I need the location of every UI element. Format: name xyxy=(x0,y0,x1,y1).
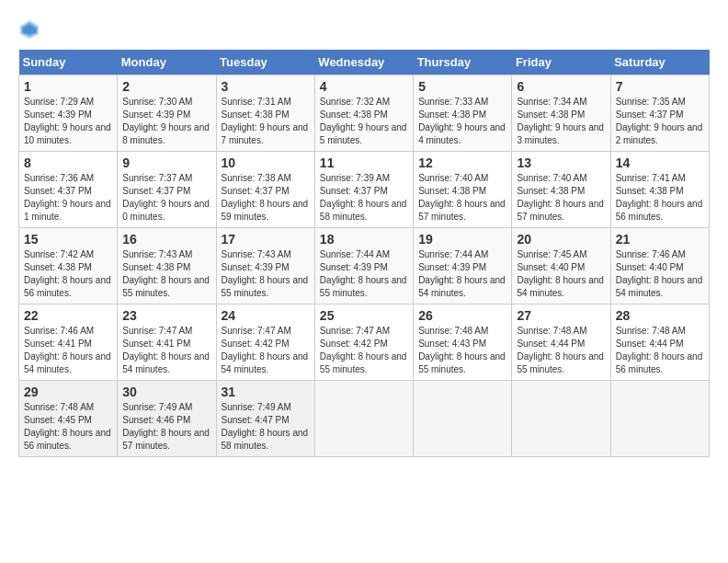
calendar-cell: 11 Sunrise: 7:39 AMSunset: 4:37 PMDaylig… xyxy=(314,152,413,228)
day-info: Sunrise: 7:46 AMSunset: 4:41 PMDaylight:… xyxy=(24,325,112,376)
day-info: Sunrise: 7:48 AMSunset: 4:44 PMDaylight:… xyxy=(517,325,605,376)
calendar-cell: 25 Sunrise: 7:47 AMSunset: 4:42 PMDaylig… xyxy=(314,304,413,381)
day-info: Sunrise: 7:48 AMSunset: 4:43 PMDaylight:… xyxy=(418,325,506,376)
day-number: 16 xyxy=(122,232,210,247)
calendar-cell xyxy=(314,381,413,457)
day-info: Sunrise: 7:47 AMSunset: 4:42 PMDaylight:… xyxy=(320,325,408,376)
day-number: 29 xyxy=(24,385,112,399)
calendar-cell: 24 Sunrise: 7:47 AMSunset: 4:42 PMDaylig… xyxy=(216,304,314,381)
calendar-cell: 21 Sunrise: 7:46 AMSunset: 4:40 PMDaylig… xyxy=(610,228,709,304)
calendar-cell: 18 Sunrise: 7:44 AMSunset: 4:39 PMDaylig… xyxy=(314,228,413,304)
day-number: 11 xyxy=(320,155,408,170)
day-number: 7 xyxy=(616,79,704,94)
calendar-cell: 4 Sunrise: 7:32 AMSunset: 4:38 PMDayligh… xyxy=(314,75,413,152)
calendar-cell: 5 Sunrise: 7:33 AMSunset: 4:38 PMDayligh… xyxy=(414,75,512,152)
day-info: Sunrise: 7:43 AMSunset: 4:39 PMDaylight:… xyxy=(222,248,310,300)
day-info: Sunrise: 7:37 AMSunset: 4:37 PMDaylight:… xyxy=(122,172,210,224)
day-number: 15 xyxy=(24,232,112,247)
calendar-cell xyxy=(512,381,610,457)
day-info: Sunrise: 7:49 AMSunset: 4:46 PMDaylight:… xyxy=(122,401,210,453)
day-number: 22 xyxy=(24,308,112,323)
week-row-4: 22 Sunrise: 7:46 AMSunset: 4:41 PMDaylig… xyxy=(19,304,710,381)
day-number: 24 xyxy=(222,308,310,323)
calendar-cell: 8 Sunrise: 7:36 AMSunset: 4:37 PMDayligh… xyxy=(19,152,118,228)
day-number: 3 xyxy=(222,79,310,94)
day-number: 10 xyxy=(222,155,310,170)
day-number: 30 xyxy=(122,385,210,399)
day-info: Sunrise: 7:29 AMSunset: 4:39 PMDaylight:… xyxy=(24,96,112,147)
header-tuesday: Tuesday xyxy=(216,50,314,75)
day-info: Sunrise: 7:31 AMSunset: 4:38 PMDaylight:… xyxy=(222,96,310,147)
calendar-cell: 28 Sunrise: 7:48 AMSunset: 4:44 PMDaylig… xyxy=(610,304,709,381)
calendar-cell: 7 Sunrise: 7:35 AMSunset: 4:37 PMDayligh… xyxy=(610,75,709,152)
calendar-cell: 23 Sunrise: 7:47 AMSunset: 4:41 PMDaylig… xyxy=(118,304,216,381)
calendar-cell: 26 Sunrise: 7:48 AMSunset: 4:43 PMDaylig… xyxy=(414,304,512,381)
day-number: 18 xyxy=(320,232,408,247)
day-number: 19 xyxy=(418,232,506,247)
logo-icon xyxy=(18,18,40,40)
calendar-cell: 20 Sunrise: 7:45 AMSunset: 4:40 PMDaylig… xyxy=(512,228,610,304)
calendar-cell: 17 Sunrise: 7:43 AMSunset: 4:39 PMDaylig… xyxy=(216,228,314,304)
day-number: 26 xyxy=(418,308,506,323)
day-info: Sunrise: 7:41 AMSunset: 4:38 PMDaylight:… xyxy=(616,172,704,224)
header-wednesday: Wednesday xyxy=(314,50,413,75)
header-friday: Friday xyxy=(512,50,610,75)
day-number: 25 xyxy=(320,308,408,323)
day-number: 23 xyxy=(122,308,210,323)
header-sunday: Sunday xyxy=(19,50,118,75)
calendar-cell xyxy=(610,381,709,457)
week-row-5: 29 Sunrise: 7:48 AMSunset: 4:45 PMDaylig… xyxy=(19,381,710,457)
calendar-cell: 22 Sunrise: 7:46 AMSunset: 4:41 PMDaylig… xyxy=(19,304,118,381)
day-info: Sunrise: 7:45 AMSunset: 4:40 PMDaylight:… xyxy=(517,248,605,300)
calendar-cell: 19 Sunrise: 7:44 AMSunset: 4:39 PMDaylig… xyxy=(414,228,512,304)
day-number: 31 xyxy=(222,385,310,399)
day-info: Sunrise: 7:35 AMSunset: 4:37 PMDaylight:… xyxy=(616,96,704,147)
header-monday: Monday xyxy=(118,50,216,75)
day-info: Sunrise: 7:44 AMSunset: 4:39 PMDaylight:… xyxy=(418,248,506,300)
week-row-1: 1 Sunrise: 7:29 AMSunset: 4:39 PMDayligh… xyxy=(19,75,710,152)
day-number: 17 xyxy=(222,232,310,247)
days-header-row: Sunday Monday Tuesday Wednesday Thursday… xyxy=(19,50,710,75)
day-info: Sunrise: 7:44 AMSunset: 4:39 PMDaylight:… xyxy=(320,248,408,300)
day-info: Sunrise: 7:38 AMSunset: 4:37 PMDaylight:… xyxy=(222,172,310,224)
calendar-cell: 30 Sunrise: 7:49 AMSunset: 4:46 PMDaylig… xyxy=(118,381,216,457)
day-info: Sunrise: 7:42 AMSunset: 4:38 PMDaylight:… xyxy=(24,248,112,300)
day-number: 8 xyxy=(24,155,112,170)
week-row-3: 15 Sunrise: 7:42 AMSunset: 4:38 PMDaylig… xyxy=(19,228,710,304)
day-info: Sunrise: 7:49 AMSunset: 4:47 PMDaylight:… xyxy=(222,401,310,453)
day-number: 21 xyxy=(616,232,704,247)
calendar-cell: 6 Sunrise: 7:34 AMSunset: 4:38 PMDayligh… xyxy=(512,75,610,152)
week-row-2: 8 Sunrise: 7:36 AMSunset: 4:37 PMDayligh… xyxy=(19,152,710,228)
day-info: Sunrise: 7:40 AMSunset: 4:38 PMDaylight:… xyxy=(517,172,605,224)
page-header xyxy=(18,18,710,40)
calendar-cell: 27 Sunrise: 7:48 AMSunset: 4:44 PMDaylig… xyxy=(512,304,610,381)
calendar-cell: 3 Sunrise: 7:31 AMSunset: 4:38 PMDayligh… xyxy=(216,75,314,152)
day-info: Sunrise: 7:34 AMSunset: 4:38 PMDaylight:… xyxy=(517,96,605,147)
day-number: 28 xyxy=(616,308,704,323)
day-info: Sunrise: 7:43 AMSunset: 4:38 PMDaylight:… xyxy=(122,248,210,300)
day-number: 4 xyxy=(320,79,408,94)
day-info: Sunrise: 7:47 AMSunset: 4:41 PMDaylight:… xyxy=(122,325,210,376)
day-number: 20 xyxy=(517,232,605,247)
header-saturday: Saturday xyxy=(610,50,709,75)
calendar-cell: 29 Sunrise: 7:48 AMSunset: 4:45 PMDaylig… xyxy=(19,381,118,457)
calendar-cell: 2 Sunrise: 7:30 AMSunset: 4:39 PMDayligh… xyxy=(118,75,216,152)
calendar-cell: 16 Sunrise: 7:43 AMSunset: 4:38 PMDaylig… xyxy=(118,228,216,304)
calendar-cell: 9 Sunrise: 7:37 AMSunset: 4:37 PMDayligh… xyxy=(118,152,216,228)
calendar-cell: 13 Sunrise: 7:40 AMSunset: 4:38 PMDaylig… xyxy=(512,152,610,228)
day-info: Sunrise: 7:48 AMSunset: 4:45 PMDaylight:… xyxy=(24,401,112,453)
day-number: 14 xyxy=(616,155,704,170)
day-number: 2 xyxy=(122,79,210,94)
day-info: Sunrise: 7:47 AMSunset: 4:42 PMDaylight:… xyxy=(222,325,310,376)
header-thursday: Thursday xyxy=(414,50,512,75)
calendar-cell xyxy=(414,381,512,457)
logo xyxy=(18,18,44,40)
day-number: 13 xyxy=(517,155,605,170)
calendar-cell: 31 Sunrise: 7:49 AMSunset: 4:47 PMDaylig… xyxy=(216,381,314,457)
day-number: 5 xyxy=(418,79,506,94)
day-info: Sunrise: 7:48 AMSunset: 4:44 PMDaylight:… xyxy=(616,325,704,376)
calendar-cell: 14 Sunrise: 7:41 AMSunset: 4:38 PMDaylig… xyxy=(610,152,709,228)
calendar-cell: 10 Sunrise: 7:38 AMSunset: 4:37 PMDaylig… xyxy=(216,152,314,228)
day-info: Sunrise: 7:36 AMSunset: 4:37 PMDaylight:… xyxy=(24,172,112,224)
day-number: 27 xyxy=(517,308,605,323)
